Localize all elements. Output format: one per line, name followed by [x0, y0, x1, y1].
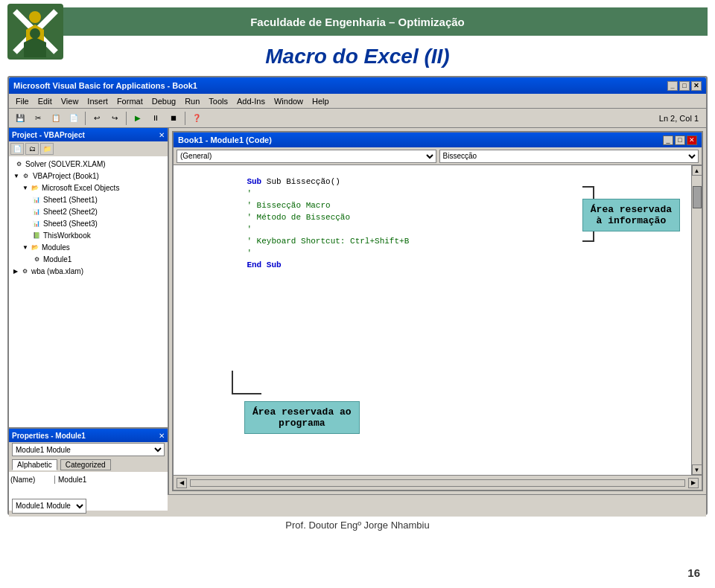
toolbar-stop-btn[interactable]: ⏹: [165, 111, 182, 126]
props-close-btn[interactable]: ✕: [159, 432, 165, 440]
menu-run[interactable]: Run: [181, 96, 203, 106]
toolbar-save-btn[interactable]: 💾: [12, 111, 28, 126]
toolbar-position: Ln 2, Col 1: [659, 114, 703, 123]
menu-addins[interactable]: Add-Ins: [233, 96, 269, 106]
properties-panel: Properties - Module1 ✕ Module1 Module Al…: [9, 427, 168, 494]
page-number: 16: [687, 566, 700, 579]
code-comment-3: ' Método de Bissecção: [247, 213, 350, 222]
menu-format[interactable]: Format: [113, 96, 147, 106]
props-titlebar: Properties - Module1 ✕: [9, 429, 168, 442]
project-close-btn[interactable]: ✕: [159, 131, 165, 139]
menu-edit[interactable]: Edit: [34, 96, 56, 106]
tree-thisworkbook[interactable]: 📗 ThisWorkbook: [10, 229, 166, 241]
status-dropdown[interactable]: Module1 Module: [12, 499, 86, 514]
props-tab-categorized[interactable]: Categorized: [60, 459, 111, 470]
code-win-title: Book1 - Module1 (Code): [178, 135, 272, 144]
scroll-thumb[interactable]: [693, 186, 702, 208]
menu-window[interactable]: Window: [270, 96, 307, 106]
toolbar-copy-btn[interactable]: 📋: [48, 111, 64, 126]
scroll-down-btn[interactable]: ▼: [692, 464, 702, 475]
menu-view[interactable]: View: [57, 96, 83, 106]
toolbar-pause-btn[interactable]: ⏸: [147, 111, 164, 126]
menu-insert[interactable]: Insert: [83, 96, 112, 106]
code-maximize-button[interactable]: □: [675, 135, 685, 145]
code-comment-5: ' Keyboard Shortcut: Ctrl+Shift+B: [247, 237, 409, 246]
toolbar-help-btn[interactable]: ❓: [188, 111, 205, 126]
code-editor-container: Sub Sub Bissecção() ' ' Bissecção Macro …: [174, 165, 702, 475]
modules-icon: 📂: [30, 242, 40, 252]
wba-icon: ⚙: [19, 266, 30, 276]
toolbar-undo-btn[interactable]: ↩: [89, 111, 105, 126]
tree-excel-objects[interactable]: ▼ 📂 Microsoft Excel Objects: [10, 182, 166, 194]
content-area: Project - VBAProject ✕ 📄 🗂 📁 ⚙ Solver (S…: [9, 128, 706, 494]
close-main-button[interactable]: ✕: [691, 81, 702, 91]
tree-sheet3[interactable]: 📊 Sheet3 (Sheet3): [10, 217, 166, 229]
menu-file[interactable]: File: [12, 96, 33, 106]
menu-tools[interactable]: Tools: [205, 96, 232, 106]
code-close-button[interactable]: ✕: [687, 135, 697, 145]
menu-help[interactable]: Help: [308, 96, 333, 106]
code-window: Book1 - Module1 (Code) _ □ ✕ (General) B…: [172, 131, 703, 491]
tree-modules[interactable]: ▼ 📂 Modules: [10, 241, 166, 253]
expand-wba-icon: ▶: [13, 268, 18, 275]
project-titlebar: Project - VBAProject ✕: [9, 128, 168, 141]
props-name-row: (Name) Module1: [10, 473, 166, 485]
excel-objects-icon: 📂: [30, 182, 40, 193]
expand-excel-icon: ▼: [22, 185, 28, 191]
scroll-up-btn[interactable]: ▲: [692, 165, 702, 176]
code-comment-4: ': [247, 225, 252, 234]
tree-sheet2[interactable]: 📊 Sheet2 (Sheet2): [10, 205, 166, 217]
toolbar-sep2: [126, 112, 127, 125]
code-dropdowns: (General) Bissecção: [174, 147, 702, 165]
menu-debug[interactable]: Debug: [148, 96, 179, 106]
module1-icon: ⚙: [31, 254, 42, 264]
code-editor[interactable]: Sub Sub Bissecção() ' ' Bissecção Macro …: [174, 165, 691, 475]
code-comment-6: ': [247, 249, 252, 258]
toolbar-paste-btn[interactable]: 📄: [66, 111, 82, 126]
tree-module1[interactable]: ⚙ Module1: [10, 253, 166, 265]
scroll-right-btn[interactable]: ▶: [688, 478, 699, 488]
solver-icon: ⚙: [13, 159, 24, 169]
code-comment-2: ' Bissecção Macro: [247, 201, 330, 210]
toolbar-sep3: [185, 112, 185, 125]
props-tab-alphabetic[interactable]: Alphabetic: [12, 459, 57, 470]
tree-vbaproject[interactable]: ▼ ⚙ VBAProject (Book1): [10, 170, 166, 182]
footer: Prof. Doutor Engº Jorge Nhambiu: [0, 520, 715, 531]
tree-solver[interactable]: ⚙ Solver (SOLVER.XLAM): [10, 158, 166, 170]
h-scrollbar[interactable]: [190, 479, 685, 487]
project-view-object-btn[interactable]: 🗂: [25, 143, 39, 155]
code-scrollbar[interactable]: ▲ ▼: [691, 165, 702, 475]
page-title: Macro do Excel (II): [0, 45, 715, 68]
toolbar-run-btn[interactable]: ▶: [130, 111, 146, 126]
vbaproject-icon: ⚙: [21, 170, 31, 181]
tree-wba[interactable]: ▶ ⚙ wba (wba.xlam): [10, 265, 166, 277]
win-title-text: Microsoft Visual Basic for Applications …: [13, 81, 197, 90]
project-title-text: Project - VBAProject: [12, 131, 85, 139]
props-name-label: (Name): [10, 476, 55, 484]
toolbar-redo-btn[interactable]: ↪: [107, 111, 123, 126]
code-minimize-button[interactable]: _: [663, 135, 673, 145]
code-proc-dropdown[interactable]: Bissecção: [439, 150, 699, 163]
menu-bar: File Edit View Insert Format Debug Run T…: [9, 94, 706, 109]
toolbar-cut-btn[interactable]: ✂: [30, 111, 46, 126]
maximize-button[interactable]: □: [679, 81, 690, 91]
logo-area: [7, 4, 71, 67]
sheet1-icon: 📊: [31, 194, 42, 205]
annotation-box-program: Área reservada ao programa: [244, 401, 360, 434]
code-area: Book1 - Module1 (Code) _ □ ✕ (General) B…: [169, 128, 706, 494]
code-object-dropdown[interactable]: (General): [177, 150, 436, 163]
code-comment-1: ': [247, 189, 252, 198]
footer-text: Prof. Doutor Engº Jorge Nhambiu: [285, 520, 429, 531]
minimize-button[interactable]: _: [667, 81, 678, 91]
project-view-code-btn[interactable]: 📄: [10, 143, 24, 155]
properties-module-select[interactable]: Module1 Module: [12, 443, 165, 456]
project-toggle-folders-btn[interactable]: 📁: [40, 143, 54, 155]
project-panel: Project - VBAProject ✕ 📄 🗂 📁 ⚙ Solver (S…: [9, 128, 169, 494]
win-titlebar: Microsoft Visual Basic for Applications …: [9, 77, 706, 94]
header-bar: Faculdade de Engenharia – Optimização: [7, 7, 708, 36]
scroll-left-btn[interactable]: ◀: [177, 478, 187, 488]
toolbar: 💾 ✂ 📋 📄 ↩ ↪ ▶ ⏸ ⏹ ❓ Ln 2, Col 1: [9, 109, 706, 128]
tree-sheet1[interactable]: 📊 Sheet1 (Sheet1): [10, 194, 166, 205]
main-window: Microsoft Visual Basic for Applications …: [7, 76, 708, 515]
code-status-bar: ◀ ▶: [174, 475, 702, 490]
